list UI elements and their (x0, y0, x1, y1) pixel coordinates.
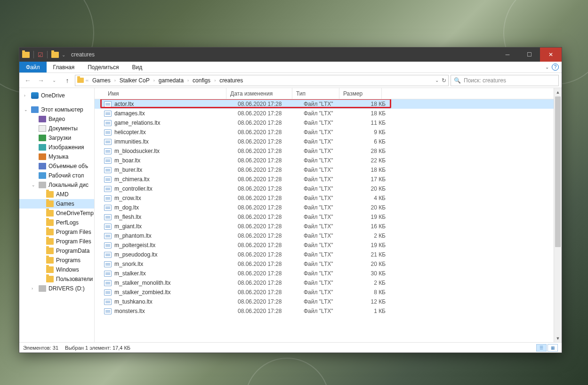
file-row[interactable]: m_crow.ltx08.06.2020 17:28Файл "LTX"4 КБ (95, 193, 562, 203)
file-row[interactable]: immunities.ltx08.06.2020 17:28Файл "LTX"… (95, 137, 562, 146)
scroll-down-icon[interactable]: ▼ (554, 334, 562, 342)
ribbon-collapse-icon[interactable]: ⌄ (545, 64, 549, 70)
file-icon (104, 252, 112, 258)
help-icon[interactable]: ? (552, 64, 559, 71)
maximize-button[interactable]: ☐ (518, 48, 540, 62)
file-row[interactable]: m_tushkano.ltx08.06.2020 17:28Файл "LTX"… (95, 297, 562, 306)
close-button[interactable]: ✕ (540, 48, 562, 62)
breadcrumb-item[interactable]: configs (191, 77, 212, 84)
nav-label: Документы (48, 125, 78, 132)
nav-label: Games (56, 201, 74, 207)
breadcrumb-item[interactable]: Games (90, 77, 113, 84)
breadcrumb-item[interactable]: Stalker CoP (118, 77, 152, 84)
chevron-right-icon[interactable]: › (153, 78, 156, 83)
file-row[interactable]: m_flesh.ltx08.06.2020 17:28Файл "LTX"19 … (95, 212, 562, 222)
chevron-right-icon[interactable]: › (186, 78, 190, 83)
nav-windows[interactable]: ›Windows (19, 265, 94, 274)
nav-games[interactable]: ›Games (19, 199, 94, 209)
qat-dropdown-icon[interactable]: ⌄ (62, 52, 65, 57)
nav-onedrivetemp[interactable]: ›OneDriveTemp (19, 209, 94, 218)
nav-users[interactable]: ›Пользователи (19, 274, 94, 284)
file-row[interactable]: m_chimera.ltx08.06.2020 17:28Файл "LTX"1… (95, 175, 562, 184)
nav-perflogs[interactable]: ›PerfLogs (19, 218, 94, 227)
column-headers: Имя Дата изменения Тип Размер (95, 88, 562, 99)
tab-share[interactable]: Поделиться (81, 62, 125, 72)
nav-programdata[interactable]: ›ProgramData (19, 246, 94, 256)
file-row[interactable]: helicopter.ltx08.06.2020 17:28Файл "LTX"… (95, 128, 562, 137)
nav-images[interactable]: ›Изображения (19, 143, 94, 152)
nav-amd[interactable]: ›AMD (19, 190, 94, 199)
file-type: Файл "LTX" (300, 308, 347, 314)
file-row[interactable]: game_relations.ltx08.06.2020 17:28Файл "… (95, 118, 562, 128)
column-size[interactable]: Размер (339, 88, 382, 99)
file-row[interactable]: m_burer.ltx08.06.2020 17:28Файл "LTX"18 … (95, 165, 562, 175)
chevron-right-icon[interactable]: ‹‹ (85, 78, 89, 83)
nav-downloads[interactable]: ›Загрузки (19, 133, 94, 143)
nav-onedrive[interactable]: ›OneDrive (19, 91, 94, 100)
column-name[interactable]: Имя (104, 88, 226, 99)
file-row[interactable]: actor.ltx08.06.2020 17:28Файл "LTX"18 КБ (95, 99, 562, 109)
file-list[interactable]: actor.ltx08.06.2020 17:28Файл "LTX"18 КБ… (95, 99, 562, 342)
file-row[interactable]: m_pseudodog.ltx08.06.2020 17:28Файл "LTX… (95, 250, 562, 259)
file-row[interactable]: monsters.ltx08.06.2020 17:28Файл "LTX"1 … (95, 306, 562, 316)
file-name: m_pseudodog.ltx (114, 251, 234, 258)
file-size: 2 КБ (347, 280, 389, 286)
minimize-button[interactable]: ─ (497, 48, 518, 62)
vertical-scrollbar[interactable]: ▲ ▼ (554, 88, 562, 342)
tab-view[interactable]: Вид (125, 62, 149, 72)
onedrive-icon (31, 92, 39, 99)
nav-recent-dropdown[interactable]: ⌄ (48, 75, 60, 86)
nav-desktop[interactable]: ›Рабочий стол (19, 171, 94, 180)
column-date[interactable]: Дата изменения (226, 88, 292, 99)
chevron-right-icon[interactable]: › (213, 78, 217, 83)
view-details-button[interactable]: ☰ (536, 344, 547, 352)
nav-3dobjects[interactable]: ›Объемные объ (19, 161, 94, 171)
scroll-up-icon[interactable]: ▲ (554, 88, 562, 96)
file-size: 18 КБ (347, 167, 389, 173)
qat-icon[interactable]: ☑ (38, 51, 43, 58)
address-dropdown-icon[interactable]: ⌄ (435, 78, 439, 83)
file-row[interactable]: m_stalker.ltx08.06.2020 17:28Файл "LTX"3… (95, 269, 562, 278)
breadcrumb-item[interactable]: gamedata (157, 77, 185, 84)
nav-drive-d[interactable]: ›DRIVERS (D:) (19, 284, 94, 293)
nav-localdisk[interactable]: ⌄Локальный дис (19, 180, 94, 190)
nav-videos[interactable]: ›Видео (19, 114, 94, 124)
titlebar[interactable]: ☑ ⌄ creatures ─ ☐ ✕ (19, 48, 562, 62)
nav-music[interactable]: ›Музыка (19, 152, 94, 161)
nav-up-button[interactable]: ↑ (62, 75, 73, 86)
file-row[interactable]: m_bloodsucker.ltx08.06.2020 17:28Файл "L… (95, 146, 562, 156)
file-row[interactable]: m_boar.ltx08.06.2020 17:28Файл "LTX"22 К… (95, 156, 562, 165)
file-row[interactable]: damages.ltx08.06.2020 17:28Файл "LTX"18 … (95, 109, 562, 118)
nav-programs[interactable]: ›Programs (19, 256, 94, 265)
file-row[interactable]: m_stalker_monolith.ltx08.06.2020 17:28Фа… (95, 278, 562, 288)
file-icon (104, 176, 112, 183)
address-bar[interactable]: ‹‹ Games › Stalker CoP › gamedata › conf… (75, 75, 449, 86)
file-row[interactable]: m_snork.ltx08.06.2020 17:28Файл "LTX"20 … (95, 259, 562, 269)
nav-back-button[interactable]: ← (22, 75, 33, 86)
scrollbar-thumb[interactable] (555, 96, 561, 247)
nav-thispc[interactable]: ⌄Этот компьютер (19, 105, 94, 114)
file-type: Файл "LTX" (300, 223, 347, 230)
nav-programfiles86[interactable]: ›Program Files (19, 237, 94, 246)
chevron-right-icon[interactable]: › (113, 78, 117, 83)
file-row[interactable]: m_phantom.ltx08.06.2020 17:28Файл "LTX"2… (95, 231, 562, 241)
tab-home[interactable]: Главная (47, 62, 81, 72)
file-row[interactable]: m_controller.ltx08.06.2020 17:28Файл "LT… (95, 184, 562, 193)
search-input[interactable]: 🔍 Поиск: creatures (451, 75, 559, 86)
file-row[interactable]: m_giant.ltx08.06.2020 17:28Файл "LTX"16 … (95, 222, 562, 231)
column-type[interactable]: Тип (292, 88, 339, 99)
folder-icon (46, 229, 54, 235)
tab-file[interactable]: Файл (19, 62, 47, 72)
file-row[interactable]: m_dog.ltx08.06.2020 17:28Файл "LTX"20 КБ (95, 203, 562, 212)
file-row[interactable]: m_poltergeist.ltx08.06.2020 17:28Файл "L… (95, 241, 562, 250)
file-icon (104, 186, 112, 192)
file-row[interactable]: m_stalker_zombied.ltx08.06.2020 17:28Фай… (95, 288, 562, 297)
nav-programfiles[interactable]: ›Program Files (19, 227, 94, 237)
nav-label: OneDriveTemp (56, 210, 94, 217)
nav-forward-button[interactable]: → (35, 75, 47, 86)
breadcrumb-item[interactable]: creatures (217, 77, 245, 84)
refresh-icon[interactable]: ↻ (442, 77, 446, 84)
nav-label: OneDrive (41, 92, 65, 99)
nav-documents[interactable]: ›Документы (19, 124, 94, 133)
view-icons-button[interactable]: ▦ (548, 344, 558, 352)
